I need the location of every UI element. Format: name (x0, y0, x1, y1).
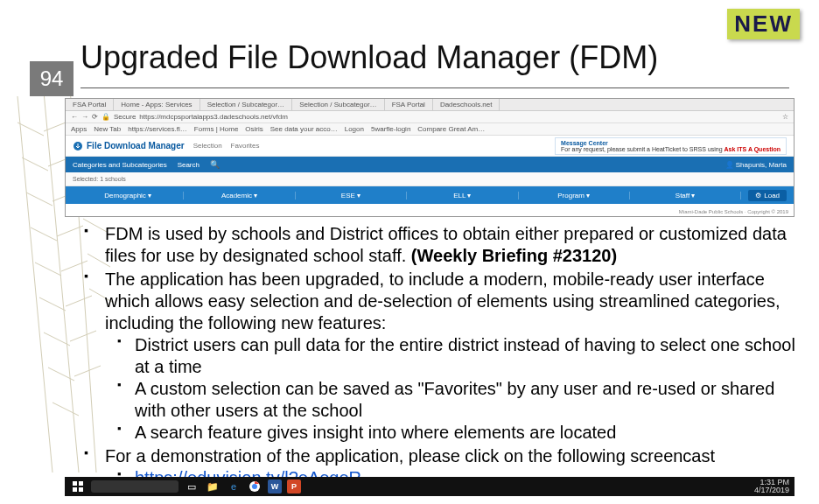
task-view-icon[interactable]: ▭ (184, 480, 200, 494)
bullet-1: FDM is used by schools and District offi… (79, 223, 796, 267)
star-icon[interactable]: ☆ (782, 113, 788, 121)
selection-row: Selected: 1 schools (66, 172, 794, 186)
bullet-2-sub: District users can pull data for the ent… (105, 334, 796, 378)
bookmark-item[interactable]: Forms | Home (194, 125, 239, 133)
lock-icon: 🔒 (102, 113, 110, 121)
slide: NEW 94 Upgraded File Download Manager (F… (0, 0, 819, 504)
browser-tab[interactable]: Selection / Subcategor… (292, 99, 385, 110)
slide-title: Upgraded File Download Manager (FDM) (80, 39, 658, 76)
bookmark-item[interactable]: Osiris (245, 125, 262, 133)
gear-icon: ⚙ (755, 192, 761, 200)
svg-rect-2 (79, 481, 83, 486)
nav-fwd-icon[interactable]: → (81, 113, 88, 121)
bullet-2-sub: A search feature gives insight into wher… (105, 422, 796, 444)
bookmark-item[interactable]: Compare Great Am… (417, 125, 485, 133)
message-center-title: Message Center (561, 140, 780, 146)
svg-rect-1 (73, 481, 77, 486)
address-bar[interactable]: ← → ⟳ 🔒 Secure https://mdcpsportalapps3.… (66, 111, 794, 123)
start-button[interactable] (70, 480, 86, 494)
app-nav-item[interactable]: Favorites (231, 142, 260, 150)
app-header: File Download Manager Selection Favorite… (66, 136, 794, 157)
category-dropdown[interactable]: Program ▾ (519, 192, 630, 200)
search-icon[interactable]: 🔍 (210, 160, 220, 169)
secure-label: Secure (114, 113, 136, 121)
message-center: Message Center For any request, please s… (555, 137, 787, 155)
embedded-screenshot: FSA Portal Home - Apps: Services Selecti… (65, 98, 794, 217)
category-filters: Demographic ▾ Academic ▾ ESE ▾ ELL ▾ Pro… (66, 186, 794, 204)
nav-reload-icon[interactable]: ⟳ (92, 113, 98, 121)
screenshot-copyright: Miami-Dade Public Schools · Copyright © … (679, 209, 788, 214)
user-name-label: Shapunis, Marta (736, 161, 787, 169)
windows-taskbar: ▭ 📁 e W P 1:31 PM 4/17/2019 (65, 477, 794, 496)
svg-rect-3 (73, 487, 77, 492)
bookmark-item[interactable]: https://services.fl… (128, 125, 187, 133)
file-explorer-icon[interactable]: 📁 (205, 480, 220, 494)
selected-label: Selected: 1 schools (73, 176, 126, 182)
app-brand[interactable]: File Download Manager (73, 141, 185, 151)
word-icon[interactable]: W (268, 480, 282, 494)
search-label: Search (178, 161, 200, 169)
clock-date: 4/17/2019 (754, 486, 789, 494)
url-text[interactable]: https://mdcpsportalapps3.dadeschools.net… (139, 113, 779, 121)
browser-tab[interactable]: FSA Portal (66, 99, 114, 110)
browser-tab[interactable]: Selection / Subcategor… (200, 99, 293, 110)
bullet-2-text: The application has been upgraded, to in… (105, 270, 780, 332)
message-center-body: For any request, please submit a HeatTic… (561, 146, 724, 152)
bookmark-item[interactable]: See data your acco… (270, 125, 338, 133)
chrome-icon[interactable] (247, 480, 262, 494)
powerpoint-icon[interactable]: P (287, 480, 301, 494)
svg-rect-4 (79, 487, 83, 492)
category-dropdown[interactable]: ESE ▾ (296, 192, 407, 200)
bullet-2: The application has been upgraded, to in… (79, 269, 796, 444)
svg-point-6 (252, 484, 257, 489)
category-dropdown[interactable]: Academic ▾ (184, 192, 295, 200)
taskbar-clock[interactable]: 1:31 PM 4/17/2019 (754, 479, 789, 494)
browser-tab[interactable]: Dadeschools.net (433, 99, 500, 110)
bookmark-item[interactable]: 5warfle-login (371, 125, 410, 133)
taskbar-search[interactable] (91, 480, 178, 493)
new-badge: NEW (727, 9, 800, 39)
category-dropdown[interactable]: Demographic ▾ (73, 192, 184, 200)
load-button-label: Load (764, 192, 780, 200)
title-underline (80, 88, 789, 88)
nav-back-icon[interactable]: ← (71, 113, 78, 121)
download-icon (73, 141, 83, 151)
bullet-1-bold: (Weekly Briefing #23120) (411, 246, 617, 265)
bookmark-item[interactable]: New Tab (94, 125, 121, 133)
edge-icon[interactable]: e (226, 480, 242, 494)
user-name[interactable]: 👤 Shapunis, Marta (725, 161, 788, 169)
content-body: FDM is used by schools and District offi… (79, 223, 796, 491)
page-number: 94 (30, 61, 74, 96)
browser-tabstrip: FSA Portal Home - Apps: Services Selecti… (66, 99, 794, 111)
bullet-3-text: For a demonstration of the application, … (105, 446, 715, 466)
category-dropdown[interactable]: Staff ▾ (630, 192, 741, 200)
app-nav-item[interactable]: Selection (193, 142, 222, 150)
bookmark-item[interactable]: Apps (71, 125, 87, 133)
browser-tab[interactable]: Home - Apps: Services (114, 99, 200, 110)
browser-tab[interactable]: FSA Portal (385, 99, 433, 110)
category-dropdown[interactable]: ELL ▾ (407, 192, 518, 200)
ask-its-link[interactable]: Ask ITS A Question (724, 146, 780, 152)
bookmark-item[interactable]: Logon (345, 125, 364, 133)
bullet-2-sub: A custom selection can be saved as "Favo… (105, 378, 796, 422)
load-button[interactable]: ⚙Load (748, 190, 787, 201)
app-brand-label: File Download Manager (87, 141, 185, 150)
bookmarks-bar: Apps New Tab https://services.fl… Forms … (66, 123, 794, 136)
categories-bar: Categories and Subcategories Search 🔍 👤 … (66, 157, 794, 172)
categories-label: Categories and Subcategories (73, 161, 167, 169)
